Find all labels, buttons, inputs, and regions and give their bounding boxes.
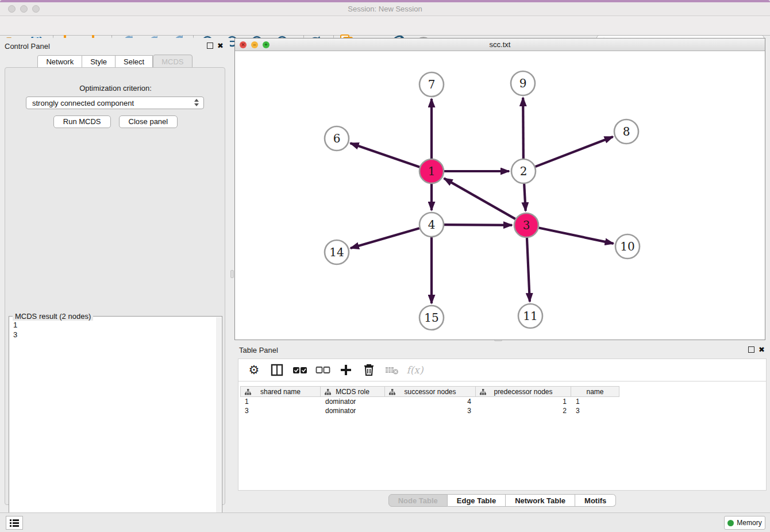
table-settings-gear-icon[interactable]: ⚙ <box>247 363 261 377</box>
column-header-label: shared name <box>260 388 301 396</box>
graph-edge-4-3[interactable] <box>444 225 512 225</box>
table-cell[interactable]: 2 <box>476 406 571 415</box>
main-toolbar <box>0 16 770 36</box>
network-graph-canvas[interactable]: 7968124314101511 <box>235 51 765 340</box>
dropdown-value: strongly connected component <box>32 99 134 107</box>
graph-node-label-11: 11 <box>523 309 537 323</box>
shared-column-icon <box>480 389 486 395</box>
graph-edge-2-8[interactable] <box>536 137 613 167</box>
close-view-button[interactable]: ✕ <box>240 41 247 48</box>
control-panel-tabs: Network Style Select MCDS <box>0 55 230 68</box>
table-panel: Table Panel ✖ ⚙ f(x) shared nameMCDS rol… <box>234 342 770 510</box>
table-cell[interactable]: 4 <box>385 397 476 406</box>
maximize-window-button[interactable] <box>32 5 40 13</box>
column-header-label: successor nodes <box>404 388 456 396</box>
deselect-all-columns-icon[interactable] <box>315 363 330 377</box>
table-cell[interactable]: dominator <box>321 397 385 406</box>
memory-button[interactable]: Memory <box>724 516 765 530</box>
table-row[interactable]: 3dominator323 <box>240 406 619 415</box>
column-header-shared-name[interactable]: shared name <box>240 386 321 397</box>
memory-label: Memory <box>737 519 761 527</box>
graph-edges <box>351 98 614 303</box>
table-cell[interactable]: dominator <box>321 406 385 415</box>
column-header-predecessor-nodes[interactable]: predecessor nodes <box>476 386 571 397</box>
tab-mcds[interactable]: MCDS <box>153 55 192 68</box>
column-header-MCDS-role[interactable]: MCDS role <box>321 386 385 397</box>
network-window-titlebar[interactable]: ✕ − + scc.txt <box>235 38 765 51</box>
optimization-criterion-dropdown[interactable]: strongly connected component <box>26 97 204 109</box>
task-history-button[interactable] <box>6 516 23 530</box>
shared-column-icon <box>389 389 395 395</box>
graph-node-label-15: 15 <box>424 311 438 325</box>
memory-status-icon <box>727 520 734 526</box>
maximize-view-button[interactable]: + <box>263 41 270 48</box>
tab-edge-table[interactable]: Edge Table <box>448 494 506 507</box>
table-panel-tabs: Node Table Edge Table Network Table Moti… <box>234 494 770 507</box>
column-header-label: MCDS role <box>336 388 369 396</box>
run-mcds-button[interactable]: Run MCDS <box>53 115 111 128</box>
table-cell[interactable]: 1 <box>240 397 321 406</box>
list-icon <box>9 518 20 528</box>
select-all-columns-icon[interactable] <box>292 363 307 377</box>
split-columns-icon[interactable] <box>270 363 284 377</box>
graph-node-label-7: 7 <box>428 78 436 91</box>
tab-style[interactable]: Style <box>82 55 116 68</box>
titlebar: Session: New Session <box>0 2 770 16</box>
close-panel-button[interactable]: Close panel <box>119 115 178 128</box>
graph-edge-2-9[interactable] <box>523 98 523 159</box>
graph-edge-3-11[interactable] <box>527 238 530 302</box>
graph-node-label-14: 14 <box>329 245 344 259</box>
graph-edge-1-6[interactable] <box>351 143 420 167</box>
table-cell[interactable]: 3 <box>571 406 619 415</box>
graph-edge-2-3[interactable] <box>524 184 526 211</box>
table-panel-title: Table Panel <box>239 346 278 354</box>
shared-column-icon <box>325 389 331 395</box>
vertical-splitter-handle[interactable] <box>230 270 234 278</box>
minimize-window-button[interactable] <box>20 5 28 13</box>
column-header-successor-nodes[interactable]: successor nodes <box>385 386 476 397</box>
close-table-panel-icon[interactable]: ✖ <box>759 346 765 353</box>
graph-node-label-9: 9 <box>519 76 527 90</box>
window-title: Session: New Session <box>0 2 770 16</box>
table-cell[interactable]: 3 <box>385 406 476 415</box>
network-view-title: scc.txt <box>235 38 765 51</box>
graph-edge-4-14[interactable] <box>351 228 419 248</box>
function-builder-icon-disabled: f(x) <box>407 363 422 377</box>
add-column-icon[interactable] <box>338 363 353 377</box>
tab-motifs[interactable]: Motifs <box>575 494 616 507</box>
tab-network[interactable]: Network <box>37 55 82 68</box>
minimize-view-button[interactable]: − <box>251 41 258 48</box>
table-cell[interactable]: 1 <box>571 397 619 406</box>
tab-node-table[interactable]: Node Table <box>388 494 448 507</box>
table-cell[interactable]: 1 <box>476 397 571 406</box>
float-panel-icon[interactable] <box>207 43 213 49</box>
graph-node-label-8: 8 <box>623 125 630 138</box>
graph-node-label-10: 10 <box>620 240 634 253</box>
close-panel-icon[interactable]: ✖ <box>217 43 224 49</box>
tab-select[interactable]: Select <box>116 55 153 68</box>
status-bar: Memory <box>0 512 770 532</box>
column-header-label: predecessor nodes <box>494 388 552 396</box>
float-table-panel-icon[interactable] <box>748 346 754 353</box>
table-row[interactable]: 1dominator411 <box>240 397 619 406</box>
graph-node-label-4: 4 <box>428 218 436 232</box>
table-toolbar: ⚙ f(x) <box>238 358 767 381</box>
graph-edge-3-1[interactable] <box>444 178 515 219</box>
tab-network-table[interactable]: Network Table <box>506 494 575 507</box>
column-header-name[interactable]: name <box>571 386 619 397</box>
graph-node-label-6: 6 <box>333 132 341 145</box>
optimization-criterion-label: Optimization criterion: <box>5 84 226 92</box>
result-scrollbar[interactable] <box>216 317 221 532</box>
mcds-result-title: MCDS result (2 nodes) <box>13 312 93 321</box>
table-cell[interactable]: 3 <box>240 406 321 415</box>
close-window-button[interactable] <box>8 5 16 13</box>
delete-table-icon-disabled <box>384 363 399 377</box>
graph-edge-3-10[interactable] <box>539 228 614 244</box>
mcds-tab-content: Optimization criterion: strongly connect… <box>5 67 225 505</box>
graph-node-label-1: 1 <box>428 164 436 178</box>
delete-column-trash-icon[interactable] <box>361 363 376 377</box>
table-header-row: shared nameMCDS rolesuccessor nodesprede… <box>240 386 619 397</box>
node-table[interactable]: shared nameMCDS rolesuccessor nodesprede… <box>238 381 767 491</box>
table-rows: 1dominator4113dominator323 <box>240 397 619 415</box>
control-panel: Control Panel ✖ Network Style Select MCD… <box>0 38 230 510</box>
